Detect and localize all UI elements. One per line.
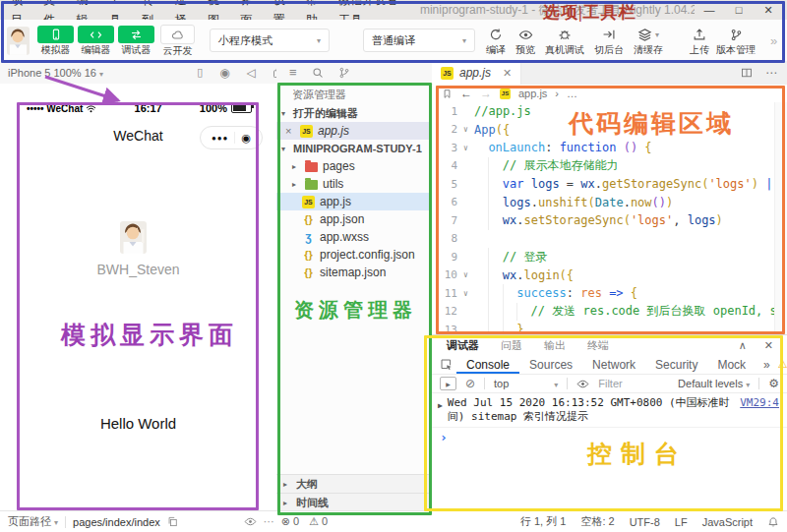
console-sidebar-icon[interactable]: ▶ (440, 377, 456, 390)
devtools-tab-security[interactable]: Security (645, 355, 707, 374)
fold-icon[interactable]: ∨ (457, 125, 474, 134)
more-tabs-icon[interactable]: » (756, 358, 778, 372)
more-menu-icon[interactable]: ●●● (206, 134, 235, 143)
maximize-button[interactable]: □ (724, 0, 754, 20)
status-item-3[interactable]: LF (675, 516, 688, 528)
status-item-2[interactable]: UTF-8 (630, 516, 660, 528)
more-actions-icon[interactable]: ⋯ (765, 66, 777, 80)
devtools-tab-sources[interactable]: Sources (519, 355, 582, 374)
panel-tab-调试器[interactable]: 调试器 (436, 338, 490, 353)
explorer-bottom-sections: ▸ 大纲 ▸ 时间线 (276, 474, 432, 511)
open-editor-appjs[interactable]: × JS app.js (276, 122, 432, 140)
context-select[interactable]: top ▾ (494, 378, 558, 389)
breadcrumb-file[interactable]: app.js (518, 88, 547, 99)
inspect-element-icon[interactable] (440, 358, 453, 371)
user-avatar-large[interactable] (120, 221, 147, 254)
close-tab-icon[interactable]: ✕ (503, 67, 512, 80)
devtools-tab-network[interactable]: Network (582, 355, 645, 374)
simulator-screen[interactable]: ••••• WeChat 16:17 100% WeChat ●●● ◉ BWH… (0, 84, 277, 511)
tree-item-app-wxss[interactable]: ʒapp.wxss (276, 228, 432, 246)
status-item-4[interactable]: JavaScript (702, 516, 753, 528)
toolbar-action-bug[interactable]: 真机调试 (545, 26, 584, 55)
panel-tab-问题[interactable]: 问题 (490, 338, 533, 353)
record-icon[interactable]: ◉ (219, 66, 229, 80)
cloud-dev-button[interactable]: 云开发 (160, 25, 195, 56)
tree-item-app-js[interactable]: JSapp.js (276, 193, 432, 210)
devtools-tab-console[interactable]: Console (456, 355, 519, 374)
list-icon[interactable]: ≡ (289, 65, 297, 80)
status-item-1[interactable]: 空格: 2 (580, 514, 614, 529)
tree-item-utils[interactable]: ▸utils (276, 175, 432, 193)
bell-icon[interactable] (767, 516, 779, 528)
tree-item-project-config-json[interactable]: {}project.config.json (276, 246, 432, 264)
tab-appjs[interactable]: JS app.js ✕ (432, 61, 521, 85)
toolbar-action-layers[interactable]: ▾清缓存 (634, 26, 663, 55)
collapse-panel-icon[interactable]: ∧ (739, 339, 747, 352)
wifi-icon (86, 105, 96, 113)
section-outline[interactable]: ▸ 大纲 (276, 474, 432, 493)
close-button[interactable]: ✕ (754, 0, 783, 20)
status-bar-right: 行 1, 列 1空格: 2UTF-8LFJavaScript (520, 514, 779, 529)
user-avatar[interactable] (7, 27, 30, 55)
toolbar-action-branch[interactable]: 版本管理 (716, 26, 756, 55)
capsule-button[interactable]: ●●● ◉ (200, 126, 263, 149)
toolbar-action-background[interactable]: 切后台 (594, 26, 624, 55)
fold-icon[interactable]: ∨ (457, 289, 474, 298)
clear-console-icon[interactable]: ⊘ (465, 377, 475, 390)
toolbar-action-eye[interactable]: 预览 (515, 26, 535, 55)
page-path-select[interactable]: 页面路径 ▾ (8, 514, 58, 529)
split-editor-icon[interactable] (741, 67, 753, 79)
bookmark-icon[interactable] (442, 89, 453, 99)
minimize-button[interactable]: — (695, 0, 724, 20)
section-timeline[interactable]: ▸ 时间线 (276, 493, 432, 511)
code-line: 12// 发送 res.code 到后台换取 openId, sessionKe… (432, 303, 787, 322)
devtools-tab-mock[interactable]: Mock (707, 355, 756, 374)
toolbar-action-refresh[interactable]: 编译 (486, 26, 506, 55)
log-source-link[interactable]: VM29:4 (740, 396, 779, 410)
nav-back-icon[interactable]: ← (460, 87, 472, 100)
console-settings-icon[interactable]: ⚙ (768, 377, 779, 390)
close-file-icon[interactable]: × (285, 125, 295, 137)
git-branch-icon[interactable] (338, 67, 350, 79)
fold-icon[interactable]: ∨ (457, 144, 474, 152)
compile-mode-select[interactable]: 普通编译 ▾ (363, 29, 475, 52)
problem-counts[interactable]: ⊗ 0 ⚠ 0 (281, 515, 328, 528)
close-circle-icon[interactable]: ◉ (235, 132, 257, 145)
rotate-device-icon[interactable]: ▯ (197, 66, 203, 79)
eye-icon[interactable] (576, 378, 589, 390)
panel-tab-终端[interactable]: 终端 (576, 338, 620, 353)
expand-log-icon[interactable]: ▶ (438, 399, 443, 413)
editor-minimap[interactable] (774, 102, 787, 334)
device-selector[interactable]: iPhone 5 100% 16 ▾ (8, 67, 103, 79)
section-open-editors[interactable]: ▾ 打开的编辑器 (276, 104, 432, 122)
eye-icon[interactable] (244, 515, 257, 528)
mode-select[interactable]: 小程序模式 ▾ (210, 29, 330, 52)
json-file-icon: {} (302, 249, 315, 262)
console-prompt[interactable]: › (432, 428, 787, 446)
toolbar-button-swap[interactable]: 调试器 (118, 26, 154, 55)
tree-item-app-json[interactable]: {}app.json (276, 210, 432, 228)
section-project[interactable]: ▾ MINIPROGRAM-STUDY-1 (276, 140, 432, 157)
fold-icon[interactable]: ∨ (457, 270, 474, 279)
warning-badge[interactable]: ⚠1 (778, 358, 787, 371)
toolbar-button-code[interactable]: 编辑器 (78, 26, 114, 55)
filter-input[interactable]: Filter (598, 378, 622, 389)
close-panel-icon[interactable]: ✕ (764, 339, 773, 352)
toolbar-button-phone[interactable]: 模拟器 (37, 26, 74, 55)
breadcrumb-more[interactable]: … (567, 88, 577, 99)
mute-icon[interactable]: ◁ (247, 66, 256, 80)
nav-forward-icon[interactable]: → (480, 87, 492, 100)
warning-icon: ⚠ (309, 515, 319, 527)
copy-icon[interactable] (167, 516, 178, 527)
console-log-entry[interactable]: ▶ Wed Jul 15 2020 16:13:52 GMT+0800 (中国标… (432, 393, 787, 428)
status-item-0[interactable]: 行 1, 列 1 (520, 514, 566, 529)
status-more-icon[interactable]: ⋯ (264, 515, 274, 528)
search-icon[interactable] (312, 67, 324, 79)
log-levels-select[interactable]: Default levels ▾ (678, 378, 750, 389)
toolbar-action-upload[interactable]: 上传 (690, 26, 709, 55)
panel-tab-输出[interactable]: 输出 (533, 338, 576, 353)
tree-item-sitemap-json[interactable]: {}sitemap.json (276, 264, 432, 281)
code-editor[interactable]: 1//app.js2∨App({3∨onLaunch: function () … (432, 102, 787, 334)
toolbar-overflow-icon[interactable]: » (770, 33, 777, 48)
tree-item-pages[interactable]: ▸pages (276, 157, 432, 175)
